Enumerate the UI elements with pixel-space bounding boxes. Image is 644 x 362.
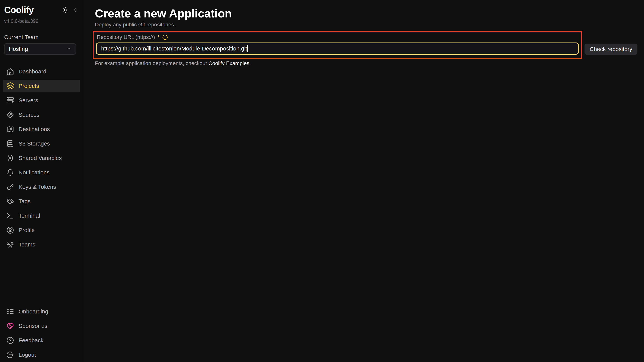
check-repository-button[interactable]: Check repository <box>584 44 637 55</box>
sidebar-item-label: Destinations <box>18 126 50 132</box>
sidebar-item-sources[interactable]: Sources <box>3 109 80 121</box>
sidebar-item-label: Onboarding <box>18 308 48 315</box>
list-checks-icon <box>6 307 14 316</box>
sidebar-spacer <box>0 251 83 305</box>
current-team-label: Current Team <box>4 34 76 40</box>
example-hint: For example application deployments, che… <box>95 60 644 67</box>
variable-icon <box>6 154 14 162</box>
sidebar-nav-bottom: Onboarding Sponsor us <box>0 305 83 361</box>
sidebar-item-profile[interactable]: Profile <box>3 224 80 236</box>
sidebar-item-feedback[interactable]: Feedback <box>3 334 80 346</box>
sidebar-item-label: Keys & Tokens <box>18 184 56 190</box>
sidebar: Coolify <box>0 0 83 362</box>
app-logo: Coolify <box>4 5 34 15</box>
key-icon <box>6 183 14 191</box>
sidebar-item-label: Teams <box>18 241 35 248</box>
repository-url-label-row: Repository URL (https://) * <box>96 34 579 41</box>
sidebar-item-label: Sources <box>18 112 40 118</box>
sidebar-item-label: Dashboard <box>18 68 46 75</box>
logout-icon <box>6 351 14 359</box>
chevrons-up-down-icon <box>72 7 78 13</box>
sidebar-item-logout[interactable]: Logout <box>3 349 80 361</box>
sidebar-item-label: Feedback <box>18 337 44 343</box>
repository-url-input-wrap <box>96 43 579 55</box>
coolify-examples-link[interactable]: Coolify Examples <box>208 60 249 66</box>
bell-icon <box>6 168 14 177</box>
info-icon[interactable] <box>162 34 168 40</box>
sidebar-item-label: Profile <box>18 227 35 233</box>
sidebar-item-sponsor-us[interactable]: Sponsor us <box>3 320 80 332</box>
annotation-highlight-box: Repository URL (https://) * <box>92 31 582 59</box>
sidebar-item-servers[interactable]: Servers <box>3 94 80 106</box>
repository-url-input[interactable] <box>96 43 579 55</box>
map-icon <box>6 125 14 133</box>
sidebar-item-label: Projects <box>18 83 39 89</box>
layers-icon <box>6 82 14 90</box>
repository-url-label: Repository URL (https://) <box>97 34 155 40</box>
users-icon <box>6 240 14 249</box>
chevron-down-icon <box>66 46 72 52</box>
main-content: Create a new Application Deploy any publ… <box>83 0 644 362</box>
tags-icon <box>6 197 14 206</box>
sidebar-item-tags[interactable]: Tags <box>3 195 80 207</box>
sun-icon <box>62 7 68 13</box>
sidebar-item-label: Servers <box>18 97 38 104</box>
theme-toggle-button[interactable] <box>62 7 68 13</box>
sidebar-item-terminal[interactable]: Terminal <box>3 210 80 222</box>
sidebar-item-teams[interactable]: Teams <box>3 239 80 251</box>
home-icon <box>6 67 14 76</box>
user-circle-icon <box>6 226 14 234</box>
sidebar-nav: Dashboard Projects <box>0 65 83 251</box>
database-icon <box>6 139 14 148</box>
terminal-icon <box>6 212 14 220</box>
sidebar-item-projects[interactable]: Projects <box>3 80 80 92</box>
required-marker: * <box>158 34 160 40</box>
hint-suffix: . <box>250 60 251 66</box>
sidebar-item-label: Terminal <box>18 213 40 219</box>
sidebar-item-shared-variables[interactable]: Shared Variables <box>3 152 80 164</box>
coolify-app: Coolify <box>0 0 644 362</box>
sidebar-item-keys-tokens[interactable]: Keys & Tokens <box>3 181 80 193</box>
sidebar-item-label: Tags <box>18 198 30 205</box>
sidebar-item-label: Shared Variables <box>18 155 62 161</box>
sidebar-item-label: Logout <box>18 351 36 358</box>
text-caret <box>247 45 248 52</box>
sidebar-item-dashboard[interactable]: Dashboard <box>3 65 80 78</box>
page-subtitle: Deploy any public Git repositories. <box>95 21 644 28</box>
sidebar-item-onboarding[interactable]: Onboarding <box>3 305 80 318</box>
sidebar-item-label: S3 Storages <box>18 140 50 147</box>
server-icon <box>6 96 14 105</box>
team-select-value: Hosting <box>9 46 28 52</box>
app-version: v4.0.0-beta.399 <box>4 18 78 24</box>
sidebar-item-label: Sponsor us <box>18 323 47 329</box>
sidebar-item-s3-storages[interactable]: S3 Storages <box>3 137 80 150</box>
sidebar-item-label: Notifications <box>18 169 50 176</box>
sidebar-collapse-button[interactable] <box>72 7 78 13</box>
team-section: Current Team Hosting <box>0 24 83 55</box>
sidebar-header: Coolify <box>0 0 83 24</box>
team-select[interactable]: Hosting <box>4 43 76 55</box>
heart-handshake-icon <box>6 322 14 330</box>
help-circle-icon <box>6 336 14 344</box>
git-source-icon <box>6 111 14 119</box>
sidebar-item-notifications[interactable]: Notifications <box>3 166 80 178</box>
page-title: Create a new Application <box>95 7 644 20</box>
hint-text: For example application deployments, che… <box>95 60 208 66</box>
sidebar-item-destinations[interactable]: Destinations <box>3 123 80 135</box>
